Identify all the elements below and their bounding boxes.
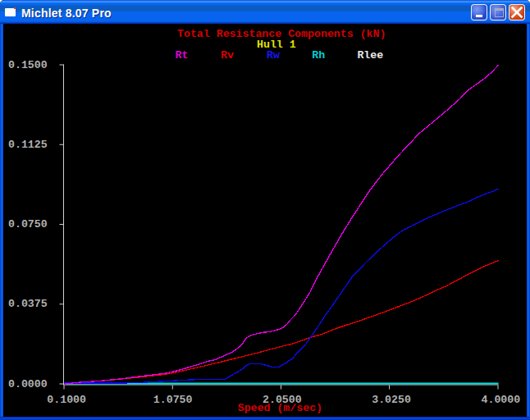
svg-text:Rlee: Rlee <box>357 49 383 62</box>
svg-text:4.0000: 4.0000 <box>482 394 521 406</box>
svg-text:Rt: Rt <box>176 49 189 62</box>
svg-text:0.1000: 0.1000 <box>47 394 86 406</box>
svg-text:Rv: Rv <box>221 49 234 62</box>
svg-text:0.1125: 0.1125 <box>8 139 48 151</box>
svg-text:0.0000: 0.0000 <box>8 378 48 390</box>
svg-text:0.0750: 0.0750 <box>8 218 48 231</box>
svg-text:0.1500: 0.1500 <box>8 59 48 71</box>
svg-text:0.0375: 0.0375 <box>8 298 48 310</box>
svg-text:Rw: Rw <box>267 49 280 62</box>
svg-text:3.0250: 3.0250 <box>372 394 411 406</box>
svg-text:Rh: Rh <box>312 49 325 62</box>
svg-text:1.0750: 1.0750 <box>153 394 193 406</box>
svg-text:Speed (m/sec): Speed (m/sec) <box>238 402 322 414</box>
